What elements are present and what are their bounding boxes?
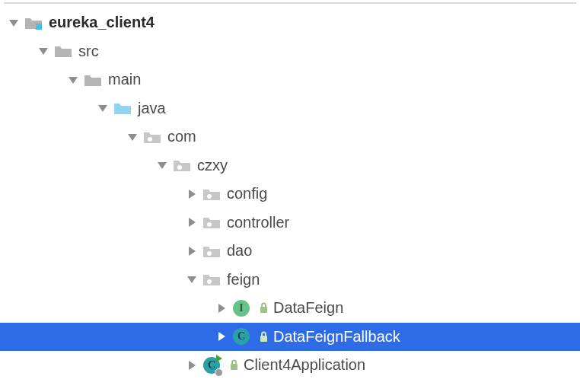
chevron-down-icon[interactable] bbox=[5, 18, 23, 28]
tree-row-package[interactable]: controller bbox=[0, 209, 580, 237]
tree-label: DataFeign bbox=[273, 299, 343, 317]
svg-marker-2 bbox=[39, 48, 48, 55]
folder-icon bbox=[82, 72, 104, 88]
tree-label: dao bbox=[227, 242, 252, 260]
tree-label: feign bbox=[227, 271, 260, 288]
svg-point-10 bbox=[207, 194, 212, 199]
chevron-right-icon[interactable] bbox=[183, 360, 201, 371]
tree-row-package[interactable]: com bbox=[0, 123, 580, 151]
package-icon bbox=[142, 129, 163, 145]
module-folder-icon bbox=[23, 15, 44, 30]
svg-point-8 bbox=[177, 165, 182, 170]
interface-icon: I bbox=[231, 300, 252, 317]
tree-row-package[interactable]: dao bbox=[0, 237, 580, 266]
tree-row-class[interactable]: C DataFeignFallback bbox=[0, 323, 580, 352]
svg-rect-20 bbox=[260, 336, 267, 342]
chevron-right-icon[interactable] bbox=[183, 246, 201, 257]
source-folder-icon bbox=[112, 100, 133, 116]
package-icon bbox=[201, 215, 222, 230]
tree-row-folder[interactable]: src bbox=[0, 37, 580, 66]
svg-point-16 bbox=[207, 279, 212, 284]
chevron-down-icon[interactable] bbox=[64, 75, 82, 85]
chevron-down-icon[interactable] bbox=[34, 46, 53, 56]
svg-marker-5 bbox=[128, 134, 137, 141]
tree-row-package[interactable]: feign bbox=[0, 266, 580, 295]
tree-row-module[interactable]: eureka_client4 bbox=[0, 8, 580, 37]
class-icon: C bbox=[231, 328, 252, 345]
svg-marker-7 bbox=[158, 162, 167, 169]
project-tree: eureka_client4 src main java bbox=[0, 8, 580, 380]
tree-row-folder[interactable]: main bbox=[0, 65, 580, 94]
runnable-class-icon: C bbox=[201, 357, 222, 374]
package-icon bbox=[201, 244, 222, 259]
tree-label: Client4Application bbox=[244, 356, 365, 374]
tree-label: src bbox=[78, 43, 99, 60]
tree-label: config bbox=[227, 185, 267, 202]
svg-marker-15 bbox=[187, 276, 196, 283]
package-icon bbox=[201, 272, 222, 287]
tree-label: controller bbox=[227, 214, 289, 231]
chevron-right-icon[interactable] bbox=[183, 217, 201, 228]
chevron-right-icon[interactable] bbox=[212, 331, 231, 342]
chevron-right-icon[interactable] bbox=[212, 303, 231, 314]
svg-marker-0 bbox=[9, 20, 18, 27]
svg-marker-21 bbox=[189, 361, 196, 370]
chevron-down-icon[interactable] bbox=[183, 274, 201, 285]
tree-label: com bbox=[167, 128, 196, 145]
tree-label: eureka_client4 bbox=[49, 14, 155, 31]
tree-row-package[interactable]: czxy bbox=[0, 151, 580, 180]
chevron-right-icon[interactable] bbox=[183, 189, 201, 199]
svg-point-14 bbox=[207, 251, 212, 256]
svg-marker-9 bbox=[189, 190, 196, 199]
tree-row-application[interactable]: C Client4Application bbox=[0, 351, 580, 380]
svg-marker-4 bbox=[98, 105, 107, 112]
svg-marker-11 bbox=[189, 218, 196, 227]
panel-top-border bbox=[4, 2, 576, 4]
svg-marker-3 bbox=[69, 77, 78, 84]
tree-row-source-folder[interactable]: java bbox=[0, 94, 580, 123]
tree-label: czxy bbox=[197, 157, 228, 174]
svg-rect-18 bbox=[260, 307, 267, 313]
svg-marker-17 bbox=[218, 304, 225, 313]
package-icon bbox=[171, 158, 193, 173]
package-icon bbox=[201, 186, 222, 202]
svg-rect-1 bbox=[36, 24, 42, 30]
svg-rect-22 bbox=[231, 364, 237, 370]
svg-marker-13 bbox=[189, 247, 196, 256]
svg-marker-19 bbox=[218, 332, 225, 341]
chevron-down-icon[interactable] bbox=[94, 103, 112, 113]
vcs-lock-icon bbox=[257, 331, 270, 343]
tree-label: java bbox=[138, 100, 166, 117]
vcs-lock-icon bbox=[257, 302, 270, 314]
chevron-down-icon[interactable] bbox=[153, 160, 171, 171]
svg-point-12 bbox=[207, 222, 212, 227]
folder-icon bbox=[53, 43, 74, 59]
tree-row-package[interactable]: config bbox=[0, 180, 580, 209]
tree-row-interface[interactable]: I DataFeign bbox=[0, 294, 580, 323]
tree-label: DataFeignFallback bbox=[273, 328, 400, 346]
svg-point-6 bbox=[148, 137, 152, 142]
chevron-down-icon[interactable] bbox=[123, 132, 142, 142]
tree-label: main bbox=[108, 71, 141, 88]
vcs-lock-icon bbox=[227, 359, 241, 371]
